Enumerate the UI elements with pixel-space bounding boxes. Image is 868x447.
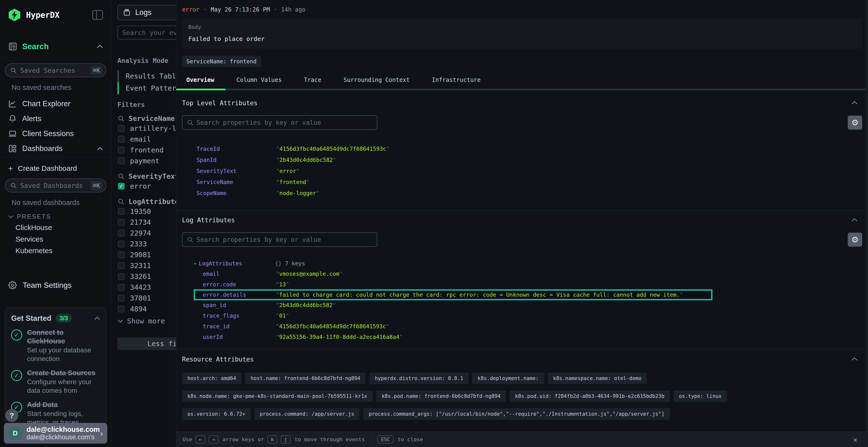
checkbox[interactable]	[118, 273, 125, 280]
cmd-k-shortcut: ⌘K	[90, 66, 102, 75]
resource-chip[interactable]: os.version: 6.6.72+	[182, 408, 250, 420]
checkbox[interactable]	[118, 306, 125, 312]
resource-chip[interactable]: k8s.namespace.name: otel-demo	[548, 373, 647, 384]
severity-badge: error	[182, 6, 199, 13]
resource-chip[interactable]: process.command: /app/server.js	[254, 408, 360, 420]
sidebar-item-team-settings[interactable]: Team Settings	[5, 278, 106, 292]
chevron-up-icon[interactable]	[97, 44, 103, 48]
section-toolbar: Search properties by key or value ⚙	[182, 232, 862, 247]
detail-tabs: Overview Column Values Trace Surrounding…	[176, 77, 868, 89]
tab-trace[interactable]: Trace	[304, 77, 321, 89]
create-dashboard-button[interactable]: + Create Dashboard	[5, 162, 106, 175]
chevron-right-icon: ›	[100, 429, 103, 438]
attribute-row[interactable]: emailvmoses@example.com	[182, 269, 862, 279]
attribute-row[interactable]: error.code13	[182, 279, 862, 290]
chevron-up-icon[interactable]	[97, 147, 103, 150]
checkbox-checked[interactable]	[118, 183, 125, 190]
checkbox[interactable]	[118, 262, 125, 269]
check-circle-icon: ✓	[11, 370, 22, 381]
attribute-row-highlighted[interactable]: error.detailsfailed to charge card: coul…	[194, 289, 712, 300]
checkbox[interactable]	[118, 208, 125, 215]
resource-chip[interactable]: host.arch: amd64	[182, 373, 241, 384]
checkbox[interactable]	[118, 219, 125, 226]
gear-icon[interactable]: ⚙	[848, 115, 862, 130]
preset-clickhouse[interactable]: ClickHouse	[5, 222, 106, 233]
attribute-row[interactable]: ServiceNamefrontend	[182, 176, 862, 187]
collapse-section-icon[interactable]	[851, 218, 858, 222]
checkbox[interactable]	[118, 136, 125, 143]
hyperdx-logo-icon	[8, 8, 21, 22]
preset-kubernetes[interactable]: Kubernetes	[5, 245, 106, 256]
tab-infrastructure[interactable]: Infrastructure	[432, 77, 480, 89]
get-started-item[interactable]: ✓ Create Data Sources Configure where yo…	[11, 369, 100, 395]
no-saved-searches-text: No saved searches	[11, 83, 106, 92]
keys-count: 7 keys	[285, 260, 305, 267]
user-menu[interactable]: D dale@clickhouse.com dale@clickhouse.co…	[4, 423, 107, 444]
checkbox[interactable]	[118, 147, 125, 153]
attribute-row[interactable]: SpanId2b43d0c4dd6bc582	[182, 154, 862, 166]
close-icon[interactable]: ✕	[853, 435, 858, 444]
body-value: Failed to place order	[188, 35, 856, 42]
checkbox[interactable]	[118, 125, 125, 132]
no-saved-dashboards-text: No saved dashboards	[11, 199, 106, 207]
resource-chip[interactable]: host.name: frontend-6b6c8d7bfd-ng894	[245, 373, 366, 384]
body-label: Body	[188, 24, 856, 30]
collapse-sidebar-icon[interactable]	[92, 10, 103, 20]
plus-icon: +	[8, 164, 18, 173]
chevron-up-icon[interactable]	[94, 316, 100, 320]
saved-dashboards-input[interactable]: Saved Dashboards ⌘K	[5, 178, 106, 193]
resource-chip[interactable]: k8s.pod.uid: f284fb2d-a0b3-4634-991b-e2c…	[510, 390, 670, 402]
tree-expanded-icon[interactable]: ▾	[194, 261, 196, 266]
event-header: error · May 26 7:13:26 PM · 14h ago	[176, 0, 868, 13]
attribute-row[interactable]: trace_flags01	[182, 310, 862, 321]
sidebar-item-dashboards[interactable]: Dashboards	[5, 141, 106, 156]
chevron-down-icon	[117, 319, 123, 323]
resource-chip[interactable]: k8s.deployment.name:	[472, 373, 544, 384]
get-started-item[interactable]: ✓ Connect to ClickHouse Set up your data…	[11, 328, 100, 363]
collapse-section-icon[interactable]	[851, 101, 858, 105]
get-started-header[interactable]: Get Started 3/3	[11, 314, 100, 323]
sidebar-item-chart-explorer[interactable]: Chart Explorer	[5, 96, 106, 111]
user-subtitle: dale@clickhouse.com's	[27, 434, 100, 441]
search-icon	[117, 173, 125, 180]
properties-search-input[interactable]: Search properties by key or value	[182, 232, 377, 247]
sidebar-search-label: Search	[22, 42, 97, 51]
attribute-row[interactable]: trace_id4156d3fbc40a64854d9dc7f68641593c	[182, 321, 862, 332]
resource-chip[interactable]: process.command_args: ["/usr/local/bin/n…	[363, 408, 670, 420]
saved-searches-input[interactable]: Saved Searches ⌘K	[5, 63, 106, 77]
search-icon	[10, 182, 17, 189]
tab-surrounding-context[interactable]: Surrounding Context	[344, 77, 410, 89]
attribute-row[interactable]: TraceId4156d3fbc40a64854d9dc7f68641593c	[182, 143, 862, 154]
resource-chip[interactable]: k8s.node.name: gke-pme-k8s-standard-main…	[182, 390, 373, 402]
checkbox[interactable]	[118, 158, 125, 164]
gear-icon	[8, 281, 17, 289]
presets-toggle[interactable]: PRESETS	[8, 213, 106, 220]
checkbox[interactable]	[118, 295, 125, 302]
event-relative-time: 14h ago	[281, 6, 306, 13]
tree-root-row[interactable]: ▾ LogAttributes {} 7 keys	[182, 259, 862, 269]
attribute-row[interactable]: userId92a55156-39a4-11f0-8ddd-a2eca416a8…	[182, 332, 862, 342]
gear-icon[interactable]: ⚙	[848, 233, 862, 247]
chevron-down-icon	[8, 215, 13, 218]
checkbox[interactable]	[118, 241, 125, 247]
attribute-row[interactable]: span_id2b43d0c4dd6bc582	[182, 300, 862, 310]
attribute-row[interactable]: SeverityTexterror	[182, 166, 862, 176]
sidebar-item-search[interactable]: Search	[0, 42, 111, 58]
resource-chip[interactable]: os.type: linux	[674, 390, 727, 402]
resource-chip[interactable]: hyperdx.distro.version: 0.8.1	[369, 373, 468, 384]
checkbox[interactable]	[118, 284, 125, 291]
tab-overview[interactable]: Overview	[186, 77, 214, 89]
service-name-chip[interactable]: ServiceName: frontend	[182, 56, 261, 67]
sidebar-item-client-sessions[interactable]: Client Sessions	[5, 126, 106, 141]
checkbox[interactable]	[118, 230, 125, 237]
sidebar-item-alerts[interactable]: Alerts	[5, 111, 106, 126]
help-button[interactable]: ?	[5, 409, 18, 422]
properties-search-input[interactable]: Search properties by key or value	[182, 115, 377, 130]
attribute-row[interactable]: ScopeNamenode-logger	[182, 187, 862, 199]
checkbox[interactable]	[118, 251, 125, 258]
preset-services[interactable]: Services	[5, 233, 106, 245]
collapse-section-icon[interactable]	[851, 357, 858, 361]
resource-chip[interactable]: k8s.pod.name: frontend-6b6c8d7bfd-ng894	[376, 390, 506, 402]
scrollbar[interactable]	[866, 0, 868, 447]
tab-column-values[interactable]: Column Values	[237, 77, 282, 89]
